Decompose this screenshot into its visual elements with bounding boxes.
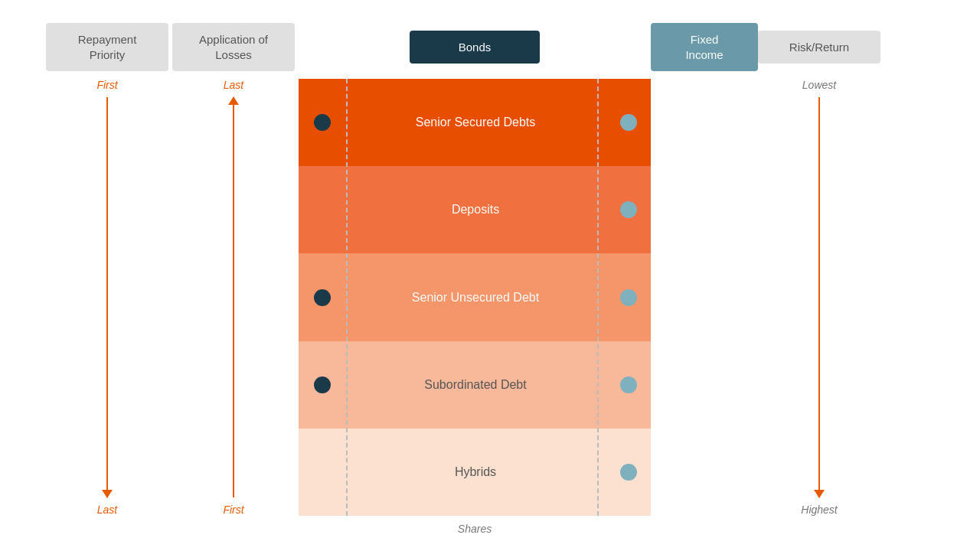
risk-top-label: Lowest	[802, 79, 836, 91]
risk-arrow-line	[818, 97, 820, 497]
risk-return-col: Lowest Highest	[758, 79, 880, 516]
losses-bottom-label: First	[223, 504, 243, 516]
bond-label-senior-unsecured: Senior Unsecured Debt	[331, 291, 620, 305]
dot-right-senior-unsecured	[620, 289, 637, 306]
application-losses-col: Last First	[168, 79, 299, 516]
bond-label-hybrids: Hybrids	[331, 465, 620, 479]
bottom-label-row: Shares	[46, 522, 934, 536]
bond-label-subordinated: Subordinated Debt	[331, 378, 620, 392]
header-application-losses: Application of Losses	[172, 23, 295, 71]
dashed-line-left	[346, 79, 348, 516]
dot-right-hybrids	[620, 464, 637, 481]
repayment-bottom-label: Last	[97, 504, 117, 516]
dashed-line-right	[597, 79, 599, 516]
repayment-priority-col: First Last	[46, 79, 168, 516]
header-risk-return: Risk/Return	[758, 31, 880, 64]
shares-label: Shares	[458, 523, 492, 535]
bonds-col: Senior Secured Debts Deposits Senior Uns…	[299, 79, 651, 516]
dot-left-senior-secured	[314, 114, 331, 131]
bond-label-deposits: Deposits	[331, 203, 620, 217]
dot-right-senior-secured	[620, 114, 637, 131]
dot-right-subordinated	[620, 377, 637, 393]
dot-placeholder-deposits	[314, 201, 331, 218]
bond-label-senior-secured: Senior Secured Debts	[331, 116, 620, 129]
repayment-arrow-line	[106, 97, 108, 497]
dot-placeholder-hybrids	[314, 464, 331, 481]
repayment-top-label: First	[96, 79, 117, 91]
dot-right-deposits	[620, 201, 637, 218]
losses-top-label: Last	[224, 79, 243, 91]
losses-arrow-line	[233, 97, 234, 497]
dot-left-subordinated	[314, 377, 331, 393]
header-fixed-income: Fixed Income	[651, 23, 758, 71]
dot-left-senior-unsecured	[314, 289, 331, 306]
risk-bottom-label: Highest	[801, 504, 837, 516]
header-repayment-priority: Repayment Priority	[46, 23, 168, 71]
header-bonds: Bonds	[410, 31, 540, 64]
